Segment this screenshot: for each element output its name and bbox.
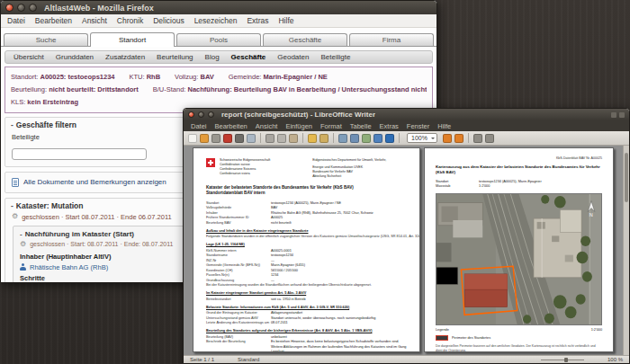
maximize-icon[interactable] <box>29 4 37 12</box>
menu-item[interactable]: Format <box>320 122 342 130</box>
undo-icon[interactable] <box>308 134 317 143</box>
menu-item[interactable]: Lesezeichen <box>194 16 238 25</box>
sub-tab[interactable]: Geodaten <box>277 53 309 61</box>
page-indicator: Seite 1 / 1 <box>190 357 214 362</box>
cut-icon[interactable] <box>266 134 274 143</box>
legend-item-label: Perimeter des Standortes <box>452 336 490 340</box>
writer-status-bar: Seite 1 / 1 Standard 100 % <box>184 355 629 363</box>
info-line-1: Standort: A00025: testoeops1234KTU: RhBV… <box>11 71 427 84</box>
menu-item[interactable]: Bearbeiten <box>215 122 248 130</box>
main-tab[interactable]: Firma <box>349 33 434 46</box>
minimize-icon[interactable] <box>17 4 25 12</box>
collapse-icon[interactable]: - <box>20 230 22 238</box>
sub-tab[interactable]: Beteiligte <box>320 53 350 61</box>
sub-tab[interactable]: Übersicht <box>14 53 44 61</box>
report-page-1: Schweizerische EidgenossenschaftConfédér… <box>193 147 420 352</box>
report-row-value: nicht beurteilt <box>271 221 407 226</box>
toolbar-icon[interactable] <box>333 133 334 143</box>
filter-input[interactable] <box>12 148 147 160</box>
field-label: Beteiligte <box>12 133 147 141</box>
close-icon[interactable] <box>188 111 194 118</box>
main-tab[interactable]: Standort <box>90 32 175 47</box>
page-down-icon[interactable] <box>454 134 464 143</box>
menu-item[interactable]: Extras <box>247 16 268 25</box>
report-row-label: Betriebsstandort <box>206 297 271 303</box>
info-label: B/U-Stand: <box>153 85 186 93</box>
menu-item[interactable]: Chronik <box>117 16 143 25</box>
writer-window: report (schreibgeschützt) - LibreOffice … <box>183 108 630 364</box>
back-icon[interactable] <box>473 134 482 143</box>
sub-tab[interactable]: Grunddaten <box>56 53 94 61</box>
main-tab[interactable]: Geschäfte <box>263 33 347 46</box>
report-row: Beurteilung des Standortes aufgrund der … <box>206 329 407 334</box>
find-icon[interactable] <box>374 134 382 143</box>
info-value: A00025: testoeops1234 <box>40 73 115 81</box>
menu-item[interactable]: Extras <box>380 122 399 130</box>
zoom-combobox[interactable]: 100% <box>407 133 437 143</box>
menu-item[interactable]: Tabelle <box>350 122 372 130</box>
minimize-icon[interactable] <box>198 111 204 118</box>
page-up-icon[interactable] <box>443 134 452 143</box>
menu-item[interactable]: Einfügen <box>285 122 312 130</box>
page-style[interactable]: Standard <box>238 357 259 362</box>
info-value: RhB <box>147 73 160 81</box>
header-line: Eidgenössisches Departement für Umwelt, … <box>312 158 407 163</box>
print-icon[interactable] <box>235 134 244 143</box>
save-icon[interactable] <box>212 134 220 143</box>
info-label: Vollzug: <box>175 73 198 81</box>
writer-titlebar[interactable]: report (schreibgeschützt) - LibreOffice … <box>184 109 629 120</box>
report-row-label: Bei der Katastereintragung wurden die St… <box>206 283 372 289</box>
vertical-scrollbar[interactable] <box>623 146 629 355</box>
toolbar-icon[interactable] <box>468 133 469 143</box>
main-tab[interactable]: Suche <box>4 33 88 46</box>
new-document-icon[interactable] <box>188 134 197 143</box>
firefox-titlebar[interactable]: Altlast4Web - Mozilla Firefox <box>1 1 436 14</box>
menu-item[interactable]: Datei <box>7 16 25 25</box>
toolbar-icon[interactable] <box>302 133 303 143</box>
menu-item[interactable]: Ansicht <box>256 122 278 130</box>
redo-icon[interactable] <box>320 134 328 143</box>
menu-item[interactable]: Ansicht <box>82 16 107 25</box>
zoom-slider-knob[interactable] <box>564 358 568 362</box>
sub-tab[interactable]: Blog <box>205 53 220 61</box>
menu-item[interactable]: Hilfe <box>437 122 451 130</box>
menu-item[interactable]: Datei <box>191 122 207 130</box>
close-icon[interactable] <box>5 4 14 12</box>
menu-item[interactable]: Bearbeiten <box>35 16 72 25</box>
report-row: Aufbau und Inhalt der in den Kataster ei… <box>206 229 407 235</box>
report-row-label: Letzte Änderung des Katastereintrags am <box>206 321 271 326</box>
main-tab[interactable]: Pools <box>176 33 261 46</box>
hyperlink-icon[interactable] <box>338 134 347 143</box>
menu-item[interactable]: Fenster <box>407 122 429 130</box>
sub-tab[interactable]: Beurteilung <box>157 53 193 61</box>
toolbar-icon[interactable] <box>260 133 261 143</box>
zoom-slider[interactable] <box>541 360 584 360</box>
paste-icon[interactable] <box>289 134 298 143</box>
nachfuehrung-title: Nachführung im Kataster (Start) <box>25 230 134 238</box>
maximize-icon[interactable] <box>208 111 214 118</box>
report-row-label: Folgende Standortdaten wurden in der öff… <box>206 235 420 240</box>
collapse-icon[interactable]: - <box>11 201 14 210</box>
open-icon[interactable] <box>200 134 209 143</box>
menu-item[interactable]: Hilfe <box>278 16 293 25</box>
image-icon[interactable] <box>362 134 371 143</box>
titlebar-indicators <box>611 112 625 118</box>
report-row-value: seit ca. 1950 in Betrieb <box>271 297 407 303</box>
sub-tab[interactable]: Zusatzdaten <box>105 53 145 61</box>
legend-item: Perimeter des Standortes <box>436 335 602 341</box>
menu-item[interactable]: Delicious <box>153 16 184 25</box>
report-row: Lage (LK 1:25, 1164 NE) <box>206 243 407 248</box>
copy-icon[interactable] <box>277 134 286 143</box>
gear-icon: ⚙ <box>20 241 26 248</box>
collapse-icon[interactable]: - <box>11 120 14 129</box>
forward-icon[interactable] <box>485 134 494 143</box>
info-label: Standort: <box>11 73 38 81</box>
export-pdf-icon[interactable] <box>223 134 232 143</box>
table-icon[interactable] <box>350 134 359 143</box>
zoom-percentage[interactable]: 100 % <box>608 357 623 362</box>
sub-tab[interactable]: Geschäfte <box>231 53 266 61</box>
main-tab-bar: SucheStandortPoolsGeschäfteFirma <box>1 28 436 47</box>
scrollbar-thumb[interactable] <box>625 153 628 202</box>
print-preview-icon[interactable] <box>247 134 256 143</box>
navigator-icon[interactable] <box>385 134 394 143</box>
